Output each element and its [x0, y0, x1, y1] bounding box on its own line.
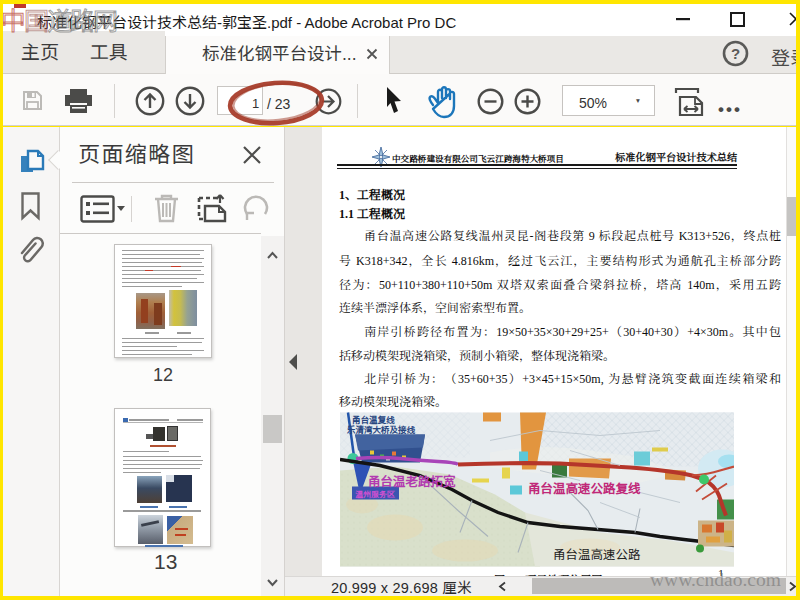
- svg-text:甬台温高速公路: 甬台温高速公路: [553, 544, 641, 563]
- svg-text:?: ?: [731, 45, 740, 62]
- svg-text:甬台温老路拓宽: 甬台温老路拓宽: [368, 471, 456, 490]
- svg-text:甬台温高速公路复线: 甬台温高速公路复线: [528, 478, 641, 497]
- svg-text:乐清湾大桥及接线: 乐清湾大桥及接线: [346, 423, 416, 435]
